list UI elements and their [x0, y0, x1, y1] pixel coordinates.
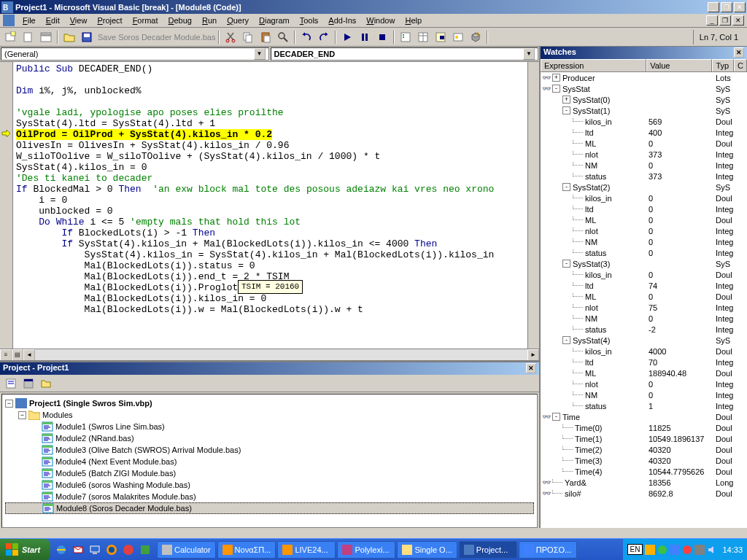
watch-row[interactable]: Time(0)11825Doul — [541, 422, 747, 433]
end-button[interactable] — [374, 29, 390, 45]
toolbox-button[interactable] — [468, 29, 484, 45]
watch-row[interactable]: NM0Integ — [541, 313, 747, 324]
taskbar-task[interactable]: Polylexi... — [337, 541, 395, 559]
watch-row[interactable]: status373Integ — [541, 171, 747, 182]
desktop-icon[interactable] — [87, 542, 103, 558]
watch-row[interactable]: -SysStat(2)SyS — [541, 182, 747, 192]
watch-row[interactable]: kilos_in569Doul — [541, 116, 747, 127]
properties-button[interactable] — [415, 29, 431, 45]
add-item-button[interactable] — [20, 29, 36, 45]
watch-row[interactable]: 👓silo#8692.8Doul — [541, 488, 747, 499]
project-explorer-button[interactable] — [398, 29, 414, 45]
watch-row[interactable]: +SysStat(0)SyS — [541, 94, 747, 105]
scroll-left-button[interactable]: ◄ — [23, 349, 35, 361]
collapse-icon[interactable]: - — [562, 260, 570, 268]
module-item[interactable]: Module4 (Next Event Module.bas) — [5, 456, 534, 467]
expand-icon[interactable]: + — [562, 96, 570, 104]
tray-icon[interactable] — [670, 545, 680, 555]
tray-icon[interactable] — [645, 545, 655, 555]
paste-button[interactable] — [258, 29, 274, 45]
code-gutter[interactable] — [0, 62, 13, 349]
col-expression[interactable]: Expression — [541, 59, 646, 71]
tray-icon[interactable] — [657, 545, 667, 555]
watch-row[interactable]: ltd0Integ — [541, 203, 747, 214]
watch-row[interactable]: NM0Integ — [541, 236, 747, 247]
menu-project[interactable]: Project — [92, 15, 127, 26]
open-button[interactable] — [61, 29, 77, 45]
watch-row[interactable]: kilos_in0Doul — [541, 192, 747, 203]
menu-help[interactable]: Help — [400, 15, 427, 26]
clock[interactable]: 14:33 — [722, 545, 743, 554]
watch-row[interactable]: NM0Integ — [541, 389, 747, 400]
menu-edit[interactable]: Edit — [41, 15, 65, 26]
copy-button[interactable] — [240, 29, 256, 45]
watch-row[interactable]: nlot373Integ — [541, 149, 747, 160]
menu-debug[interactable]: Debug — [163, 15, 196, 26]
close-button[interactable]: ✕ — [734, 2, 746, 12]
minimize-button[interactable]: _ — [708, 2, 719, 12]
col-value[interactable]: Value — [646, 59, 712, 71]
watch-row[interactable]: Time(4)10544.7795626Doul — [541, 466, 747, 477]
view-code-button[interactable] — [3, 376, 19, 392]
menu-add-ins[interactable]: Add-Ins — [323, 15, 361, 26]
watch-row[interactable]: ML0Doul — [541, 291, 747, 302]
firefox-icon[interactable] — [104, 542, 120, 558]
menu-diagram[interactable]: Diagram — [254, 15, 295, 26]
module-item[interactable]: Module2 (NRand.bas) — [5, 432, 534, 444]
procedure-view-button[interactable]: ≡ — [0, 349, 12, 361]
break-button[interactable] — [357, 29, 373, 45]
collapse-icon[interactable]: - — [562, 106, 570, 114]
watch-row[interactable]: ltd74Integ — [541, 280, 747, 291]
collapse-icon[interactable]: − — [5, 400, 13, 408]
object-browser-button[interactable] — [450, 29, 466, 45]
menu-file[interactable]: File — [18, 15, 41, 26]
taskbar-task[interactable]: ΝοναΣΠ... — [217, 541, 276, 559]
watch-row[interactable]: ML0Doul — [541, 214, 747, 225]
collapse-icon[interactable]: - — [552, 413, 560, 421]
maximize-button[interactable]: ❐ — [721, 2, 732, 12]
collapse-icon[interactable]: - — [562, 183, 570, 191]
ie-icon[interactable] — [53, 542, 69, 558]
scroll-right-button[interactable]: ► — [527, 349, 539, 361]
col-type[interactable]: Typ — [712, 59, 734, 71]
taskbar-task[interactable]: Project... — [459, 541, 517, 559]
watches-header[interactable]: Expression Value Typ C — [541, 59, 747, 72]
tree-root[interactable]: − Project1 (Single Swros Sim.vbp) — [5, 397, 534, 409]
watch-row[interactable]: 👓-SysStatSyS — [541, 83, 747, 94]
full-view-button[interactable]: ▤ — [12, 349, 23, 361]
taskbar-task[interactable]: Single O... — [397, 541, 457, 559]
tray-icon[interactable] — [694, 545, 705, 555]
watch-row[interactable]: status-2Integ — [541, 324, 747, 335]
menu-editor-button[interactable] — [38, 29, 54, 45]
menu-format[interactable]: Format — [128, 15, 163, 26]
close-icon[interactable]: ✕ — [526, 363, 536, 373]
watch-row[interactable]: Time(2)40320Doul — [541, 444, 747, 455]
horizontal-scrollbar[interactable]: ≡ ▤ ◄ ► — [0, 349, 539, 360]
watch-row[interactable]: NM0Integ — [541, 160, 747, 171]
taskbar-task[interactable]: LIVE24... — [277, 541, 336, 559]
watch-row[interactable]: -SysStat(3)SyS — [541, 258, 747, 269]
object-dropdown[interactable]: (General)▼ — [1, 47, 269, 61]
tree-folder[interactable]: − Modules — [5, 409, 534, 421]
watch-row[interactable]: Time(1)10549.1896137Doul — [541, 433, 747, 444]
watch-row[interactable]: -SysStat(1)SyS — [541, 105, 747, 116]
mdi-minimize-button[interactable]: _ — [706, 15, 718, 26]
tray-icon[interactable] — [682, 545, 692, 555]
start-button[interactable]: Start — [0, 539, 50, 561]
watch-row[interactable]: ltd400Integ — [541, 127, 747, 138]
redo-button[interactable] — [316, 29, 332, 45]
watch-row[interactable]: kilos_in4000Doul — [541, 346, 747, 357]
app-icon[interactable] — [120, 542, 136, 558]
toggle-folders-button[interactable] — [38, 376, 54, 392]
col-context[interactable]: C — [734, 59, 747, 71]
taskbar-task[interactable]: ΠΡΟΣΟ... — [519, 541, 577, 559]
language-indicator[interactable]: EN — [627, 544, 643, 555]
start-button[interactable] — [339, 29, 355, 45]
app-icon[interactable] — [137, 542, 153, 558]
watch-row[interactable]: 👓Yard&18356Long — [541, 477, 747, 488]
menu-query[interactable]: Query — [222, 15, 254, 26]
module-item[interactable]: Module7 (soros Malakrites Module.bas) — [5, 491, 534, 502]
mdi-restore-button[interactable]: ❐ — [719, 15, 731, 26]
save-button[interactable] — [79, 29, 95, 45]
watch-row[interactable]: status0Integ — [541, 247, 747, 258]
